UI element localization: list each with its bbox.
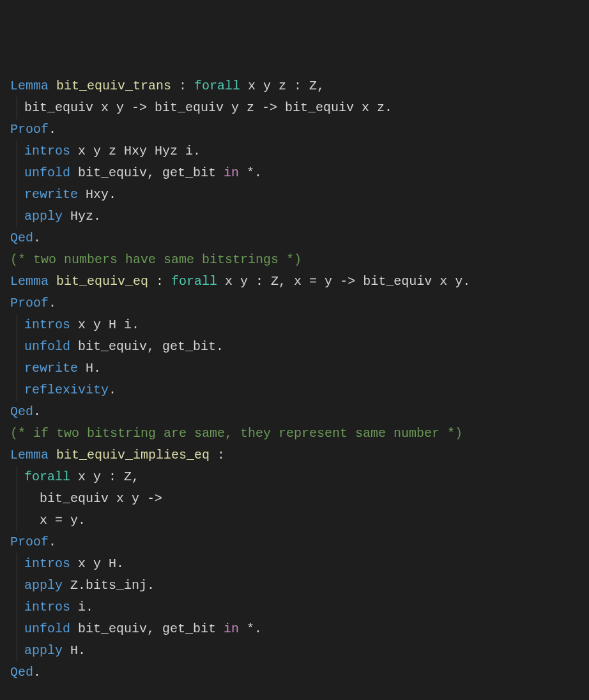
code-token: apply (24, 578, 63, 593)
code-token: x y z Hxy Hyz i. (70, 144, 201, 158)
code-line: Proof. (10, 531, 579, 553)
indent-guide: apply Z.bits_inj. (17, 575, 155, 597)
code-token: x y H. (70, 556, 124, 571)
code-line: apply Z.bits_inj. (10, 575, 579, 597)
code-token: x y H i. (70, 317, 139, 332)
indent-guide: rewrite Hxy. (17, 184, 116, 206)
code-line: Lemma bit_equiv_eq : forall x y : Z, x =… (10, 271, 579, 293)
indent-guide: bit_equiv x y -> (17, 488, 162, 510)
code-line: bit_equiv x y -> (10, 488, 579, 510)
code-token: rewrite (24, 361, 78, 376)
code-token: Proof (10, 122, 49, 137)
code-token: unfold (24, 339, 70, 354)
code-token: x = y. (40, 513, 86, 528)
code-token: intros (24, 144, 70, 158)
code-token: unfold (24, 165, 70, 180)
indent-guide: reflexivity. (17, 379, 116, 401)
indent-guide: unfold bit_equiv, get_bit in *. (17, 618, 262, 640)
code-line: bit_equiv x y -> bit_equiv y z -> bit_eq… (10, 97, 579, 119)
code-token: bit_equiv x y -> bit_equiv y z -> bit_eq… (24, 100, 392, 115)
code-token: bit_equiv, get_bit (70, 621, 224, 636)
code-line: Qed. (10, 227, 579, 249)
code-token: Lemma (10, 274, 49, 289)
code-token: *. (239, 165, 262, 180)
code-token: forall (24, 469, 70, 484)
code-token: unfold (24, 621, 70, 636)
code-token: intros (24, 556, 70, 571)
code-token: intros (24, 317, 70, 332)
code-line: Qed. (10, 662, 579, 683)
code-token: bit_equiv_eq (56, 274, 148, 289)
code-token: . (33, 404, 41, 419)
code-token: in (224, 165, 239, 180)
indent-guide: apply H. (17, 640, 86, 662)
code-token: x y : Z, x = y -> bit_equiv x y. (217, 274, 470, 289)
code-token: bit_equiv_implies_eq (56, 448, 210, 462)
code-line: rewrite Hxy. (10, 184, 579, 206)
code-line: Qed. (10, 401, 579, 423)
code-line: unfold bit_equiv, get_bit in *. (10, 162, 579, 184)
code-token: i. (70, 600, 93, 614)
code-token: apply (24, 209, 63, 224)
code-line: intros x y H i. (10, 314, 579, 336)
code-token: Z.bits_inj. (63, 578, 155, 593)
code-token: reflexivity (24, 383, 109, 397)
code-token (49, 448, 56, 462)
indent-guide: intros x y H i. (17, 314, 139, 336)
indent-guide: rewrite H. (17, 358, 101, 379)
code-line: Proof. (10, 293, 579, 314)
code-token: x y z : Z, (240, 79, 325, 93)
code-token: . (33, 665, 41, 680)
code-token: bit_equiv_trans (56, 79, 171, 93)
code-line: apply Hyz. (10, 206, 579, 227)
code-token: . (109, 383, 116, 397)
code-token: Proof (10, 535, 49, 549)
indent-guide: bit_equiv x y -> bit_equiv y z -> bit_eq… (17, 97, 392, 119)
code-line: x = y. (10, 510, 579, 531)
code-token: H. (78, 361, 101, 376)
code-token: Lemma (10, 79, 49, 93)
indent-guide: intros x y z Hxy Hyz i. (17, 141, 201, 162)
code-line: (* if two bitstring are same, they repre… (10, 423, 579, 445)
code-token: bit_equiv, get_bit (70, 165, 224, 180)
code-block: Lemma bit_equiv_trans : forall x y z : Z… (10, 75, 579, 683)
code-token: : (171, 79, 194, 93)
code-token: (* if two bitstring are same, they repre… (10, 426, 463, 441)
code-token: Qed (10, 231, 33, 245)
code-token: bit_equiv, get_bit. (70, 339, 224, 354)
code-line: reflexivity. (10, 379, 579, 401)
indent-guide: unfold bit_equiv, get_bit in *. (17, 162, 262, 184)
code-token: Hxy. (78, 187, 116, 202)
code-token: . (49, 535, 56, 549)
code-line: intros x y z Hxy Hyz i. (10, 141, 579, 162)
code-line: (* two numbers have same bitstrings *) (10, 249, 579, 271)
code-token: Hyz. (63, 209, 101, 224)
code-line: unfold bit_equiv, get_bit in *. (10, 618, 579, 640)
code-token: in (224, 621, 239, 636)
code-token (49, 274, 56, 289)
code-token: : (148, 274, 171, 289)
code-token: intros (24, 600, 70, 614)
code-line: rewrite H. (10, 358, 579, 379)
indent-guide: forall x y : Z, (17, 466, 139, 488)
indent-guide: x = y. (17, 510, 86, 531)
code-token: : (210, 448, 225, 462)
code-token: Proof (10, 296, 49, 310)
code-token: apply (24, 643, 63, 658)
code-line: Lemma bit_equiv_implies_eq : (10, 445, 579, 466)
indent-guide: apply Hyz. (17, 206, 101, 227)
code-line: intros x y H. (10, 553, 579, 575)
code-line: Lemma bit_equiv_trans : forall x y z : Z… (10, 75, 579, 97)
code-token: rewrite (24, 187, 78, 202)
code-token: . (49, 122, 56, 137)
code-token: . (33, 231, 41, 245)
code-token: forall (171, 274, 217, 289)
code-token: Qed (10, 665, 33, 680)
indent-guide: intros i. (17, 597, 93, 618)
indent-guide: unfold bit_equiv, get_bit. (17, 336, 224, 358)
code-line: unfold bit_equiv, get_bit. (10, 336, 579, 358)
indent-guide: intros x y H. (17, 553, 124, 575)
code-line: apply H. (10, 640, 579, 662)
code-token: Lemma (10, 448, 49, 462)
code-line: intros i. (10, 597, 579, 618)
